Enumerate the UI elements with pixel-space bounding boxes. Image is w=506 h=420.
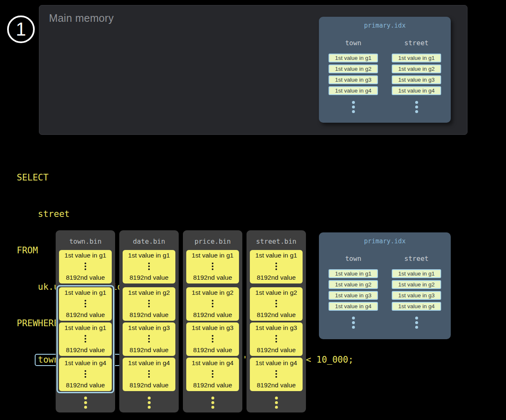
granule-block: 1st value in g2 8192nd value (250, 287, 303, 321)
vertical-ellipsis-icon (148, 263, 150, 271)
vertical-ellipsis-icon (352, 317, 355, 329)
vertical-ellipsis-icon (148, 300, 150, 308)
granule-last-value: 8192nd value (129, 381, 168, 389)
vertical-ellipsis-icon (212, 300, 213, 308)
granule-first-value: 1st value in g1 (64, 252, 106, 259)
index-column-header: town (345, 255, 362, 263)
granule-first-value: 1st value in g2 (255, 289, 297, 296)
bin-file-title: town.bin (56, 230, 115, 250)
granule-block: 1st value in g1 8192nd value (123, 250, 175, 283)
index-column-town: town 1st value in g1 1st value in g2 1st… (329, 255, 378, 329)
index-column-street: street 1st value in g1 1st value in g2 1… (392, 39, 441, 113)
index-entry-chip: 1st value in g1 (329, 54, 378, 62)
granule-first-value: 1st value in g4 (255, 359, 297, 367)
index-entry-chip: 1st value in g3 (329, 75, 378, 84)
vertical-ellipsis-icon (212, 370, 213, 378)
index-entry-chip: 1st value in g1 (329, 269, 378, 278)
main-memory-title: Main memory (49, 12, 114, 24)
diagram-canvas: 1 Main memory primary.idx town 1st value… (0, 0, 506, 420)
index-column-header: town (345, 39, 362, 47)
primary-index-columns: town 1st value in g1 1st value in g2 1st… (319, 39, 451, 113)
granule-block: 1st value in g4 8192nd value (59, 358, 112, 391)
granule-last-value: 8192nd value (257, 274, 295, 281)
granule-first-value: 1st value in g1 (64, 289, 106, 296)
vertical-ellipsis-icon (275, 300, 277, 308)
index-entry-chip: 1st value in g2 (329, 280, 378, 289)
index-entry-chip: 1st value in g3 (329, 291, 378, 300)
vertical-ellipsis-icon (352, 101, 355, 113)
granule-first-value: 1st value in g3 (128, 324, 170, 332)
index-entry-chip: 1st value in g3 (392, 75, 441, 84)
granule-block: 1st value in g1 8192nd value (59, 250, 112, 283)
granule-first-value: 1st value in g4 (64, 359, 106, 367)
primary-index-panel-disk: primary.idx town 1st value in g1 1st val… (319, 232, 451, 339)
primary-index-panel-memory: primary.idx town 1st value in g1 1st val… (319, 17, 451, 123)
granule-first-value: 1st value in g1 (128, 252, 170, 259)
granule-block: 1st value in g2 8192nd value (186, 287, 239, 321)
granule-last-value: 8192nd value (66, 346, 105, 354)
granule-last-value: 8192nd value (257, 381, 295, 389)
bin-file-column-town: town.bin 1st value in g1 8192nd value 1s… (56, 230, 115, 412)
vertical-ellipsis-icon (85, 300, 86, 308)
sql-line: street (17, 208, 354, 220)
vertical-ellipsis-icon (415, 317, 418, 329)
granule-block: 1st value in g4 8192nd value (123, 358, 175, 391)
granule-last-value: 8192nd value (66, 274, 105, 281)
granule-last-value: 8192nd value (257, 311, 295, 319)
granule-first-value: 1st value in g3 (192, 324, 234, 332)
primary-index-title: primary.idx (319, 232, 451, 245)
granule-first-value: 1st value in g2 (128, 289, 170, 296)
primary-index-title: primary.idx (319, 17, 451, 29)
index-entry-chip: 1st value in g3 (392, 291, 441, 300)
granule-block: 1st value in g4 8192nd value (250, 358, 303, 391)
granule-last-value: 8192nd value (66, 311, 105, 319)
index-entry-chip: 1st value in g4 (329, 86, 378, 95)
index-entry-chip: 1st value in g4 (392, 302, 441, 311)
index-entry-chip: 1st value in g1 (392, 269, 441, 278)
index-entry-chip: 1st value in g1 (392, 54, 441, 62)
granule-first-value: 1st value in g1 (64, 324, 106, 332)
vertical-ellipsis-icon (247, 397, 306, 409)
granule-first-value: 1st value in g1 (255, 252, 297, 259)
step-number-badge: 1 (7, 15, 35, 43)
vertical-ellipsis-icon (56, 397, 115, 409)
granule-group: 1st value in g2 8192nd value 1st value i… (184, 285, 241, 393)
vertical-ellipsis-icon (85, 335, 86, 343)
granule-group: 1st value in g2 8192nd value 1st value i… (247, 285, 305, 393)
vertical-ellipsis-icon (85, 370, 86, 378)
granule-first-value: 1st value in g3 (255, 324, 297, 332)
selected-granules-outline: 1st value in g1 8192nd value 1st value i… (57, 285, 114, 393)
granule-first-value: 1st value in g1 (192, 252, 234, 259)
granule-last-value: 8192nd value (193, 381, 232, 389)
bin-file-title: date.bin (119, 230, 179, 250)
index-entry-chip: 1st value in g4 (329, 302, 378, 311)
granule-block: 1st value in g3 8192nd value (250, 322, 303, 356)
granule-last-value: 8192nd value (129, 346, 168, 354)
granule-last-value: 8192nd value (257, 346, 295, 354)
bin-file-title: street.bin (247, 230, 306, 250)
granule-last-value: 8192nd value (66, 381, 105, 389)
granule-block: 1st value in g1 8192nd value (59, 322, 112, 356)
bin-file-column-street: street.bin 1st value in g1 8192nd value … (247, 230, 306, 412)
index-column-town: town 1st value in g1 1st value in g2 1st… (329, 39, 378, 113)
primary-index-columns: town 1st value in g1 1st value in g2 1st… (319, 255, 451, 329)
vertical-ellipsis-icon (183, 397, 242, 409)
granule-last-value: 8192nd value (129, 274, 168, 281)
step-number: 1 (16, 20, 26, 39)
granule-block: 1st value in g1 8192nd value (186, 250, 239, 283)
bin-file-title: price.bin (183, 230, 242, 250)
vertical-ellipsis-icon (275, 263, 277, 271)
granule-group: 1st value in g2 8192nd value 1st value i… (120, 285, 178, 393)
granule-block: 1st value in g2 8192nd value (123, 287, 175, 321)
index-entry-chip: 1st value in g2 (392, 280, 441, 289)
granule-block: 1st value in g1 8192nd value (59, 287, 112, 321)
vertical-ellipsis-icon (212, 335, 213, 343)
vertical-ellipsis-icon (275, 370, 277, 378)
vertical-ellipsis-icon (415, 101, 418, 113)
vertical-ellipsis-icon (275, 335, 277, 343)
index-column-street: street 1st value in g1 1st value in g2 1… (392, 255, 441, 329)
granule-last-value: 8192nd value (193, 311, 232, 319)
granule-block: 1st value in g3 8192nd value (186, 322, 239, 356)
granule-first-value: 1st value in g4 (192, 359, 234, 367)
vertical-ellipsis-icon (148, 335, 150, 343)
